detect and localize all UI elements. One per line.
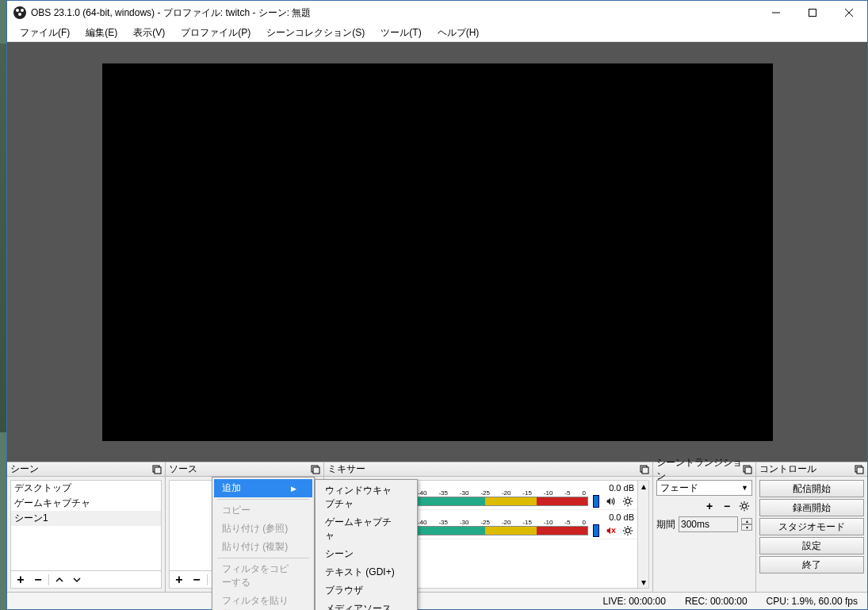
popout-icon[interactable] [855, 465, 864, 474]
ctx-paste-filter: フィルタを貼り付ける [214, 592, 312, 610]
submenu-arrow-icon: ▶ [291, 485, 296, 493]
ctx-text-gdi[interactable]: テキスト (GDI+) [317, 563, 415, 581]
popout-icon[interactable] [640, 465, 649, 474]
ctx-window-capture[interactable]: ウィンドウキャプチャ [317, 481, 415, 513]
ctx-paste-dup: 貼り付け (複製) [214, 538, 312, 556]
gear-icon[interactable] [621, 524, 634, 537]
source-context-menu: 追加 ▶ コピー 貼り付け (参照) 貼り付け (複製) フィルタをコピーする … [212, 477, 315, 610]
speaker-muted-icon[interactable] [604, 524, 617, 537]
duration-input[interactable]: 300ms [679, 516, 738, 532]
mixer-track-db: 0.0 dB [609, 512, 634, 522]
status-cpu: CPU: 1.9%, 60.00 fps [767, 596, 858, 607]
ctx-copy: コピー [214, 501, 312, 520]
popout-icon[interactable] [743, 465, 752, 474]
exit-button[interactable]: 終了 [759, 556, 864, 574]
mixer-track-db: 0.0 dB [609, 483, 634, 493]
menu-edit[interactable]: 編集(E) [78, 25, 125, 41]
menubar: ファイル(F) 編集(E) 表示(V) プロファイル(P) シーンコレクション(… [7, 25, 867, 42]
ctx-game-capture[interactable]: ゲームキャプチャ [317, 513, 415, 545]
start-streaming-button[interactable]: 配信開始 [759, 480, 864, 497]
ctx-paste-ref: 貼り付け (参照) [214, 520, 312, 538]
settings-button[interactable]: 設定 [759, 537, 864, 554]
svg-rect-17 [745, 467, 751, 474]
svg-point-12 [625, 499, 629, 503]
dropdown-icon: ▼ [741, 484, 748, 492]
add-scene-button[interactable]: + [13, 573, 29, 587]
menu-help[interactable]: ヘルプ(H) [430, 25, 488, 41]
dock-mixer-title: ミキサー [327, 462, 640, 476]
preview-canvas[interactable] [102, 63, 773, 441]
add-source-submenu: ウィンドウキャプチャ ゲームキャプチャ シーン テキスト (GDI+) ブラウザ… [315, 479, 418, 610]
svg-rect-7 [313, 467, 319, 474]
obs-app-icon [13, 6, 26, 19]
transition-mode: フェード [660, 481, 698, 495]
studio-mode-button[interactable]: スタジオモード [759, 518, 864, 535]
menu-tools[interactable]: ツール(T) [373, 25, 429, 41]
popout-icon[interactable] [311, 465, 320, 474]
dock-controls-title: コントロール [759, 462, 855, 476]
add-transition-button[interactable]: + [702, 499, 717, 513]
maximize-button[interactable] [794, 1, 831, 25]
duration-spinner[interactable]: ▴▾ [741, 518, 752, 531]
ctx-add[interactable]: 追加 ▶ [214, 479, 312, 497]
svg-point-18 [742, 504, 746, 508]
menu-file[interactable]: ファイル(F) [12, 25, 78, 41]
dock-transitions: シーントランジション フェード ▼ + − 期間 300 [653, 462, 756, 592]
menu-scene-collection[interactable]: シーンコレクション(S) [258, 25, 373, 41]
window-title: OBS 23.1.0 (64-bit, windows) - プロファイル: t… [31, 6, 758, 20]
svg-rect-11 [642, 467, 648, 474]
speaker-icon[interactable] [604, 495, 617, 508]
dock-sources-title: ソース [169, 462, 311, 476]
move-scene-down-button[interactable] [69, 573, 85, 587]
svg-point-15 [625, 528, 629, 532]
scene-list[interactable]: デスクトップ ゲームキャプチャ シーン1 [11, 481, 161, 570]
ctx-copy-filter: フィルタをコピーする [214, 560, 312, 592]
scene-item[interactable]: ゲームキャプチャ [11, 496, 161, 511]
transition-select[interactable]: フェード ▼ [656, 480, 752, 496]
status-live: LIVE: 00:00:00 [602, 596, 665, 607]
scene-item[interactable]: デスクトップ [11, 481, 161, 496]
scene-item[interactable]: シーン1 [11, 511, 161, 526]
popout-icon[interactable] [152, 465, 162, 474]
status-rec: REC: 00:00:00 [685, 596, 748, 607]
start-recording-button[interactable]: 録画開始 [759, 499, 864, 516]
remove-scene-button[interactable]: − [30, 573, 46, 587]
remove-source-button[interactable]: − [189, 573, 205, 587]
ctx-scene-source[interactable]: シーン [317, 545, 415, 563]
scene-toolbar: + − [11, 570, 161, 588]
svg-rect-1 [809, 10, 816, 17]
ctx-browser[interactable]: ブラウザ [317, 581, 415, 600]
minimize-button[interactable] [758, 1, 794, 25]
statusbar: LIVE: 00:00:00 REC: 00:00:00 CPU: 1.9%, … [7, 592, 867, 609]
obs-window: OBS 23.1.0 (64-bit, windows) - プロファイル: t… [6, 0, 868, 610]
svg-rect-5 [155, 467, 161, 474]
docks: シーン デスクトップ ゲームキャプチャ シーン1 + − [7, 462, 867, 592]
duration-label: 期間 [656, 518, 675, 531]
volume-slider[interactable] [593, 524, 599, 537]
menu-view[interactable]: 表示(V) [125, 25, 173, 41]
close-button[interactable] [831, 1, 867, 25]
desktop-background [0, 44, 6, 432]
titlebar[interactable]: OBS 23.1.0 (64-bit, windows) - プロファイル: t… [7, 1, 867, 25]
ctx-media-source[interactable]: メディアソース [317, 600, 415, 610]
add-source-button[interactable]: + [171, 573, 187, 587]
volume-slider[interactable] [593, 495, 599, 508]
menu-profile[interactable]: プロファイル(P) [173, 25, 258, 41]
gear-icon[interactable] [621, 495, 634, 508]
mixer-scrollbar[interactable]: ▴▾ [637, 481, 648, 588]
preview-area[interactable] [7, 42, 867, 462]
svg-rect-20 [857, 467, 863, 474]
dock-scenes: シーン デスクトップ ゲームキャプチャ シーン1 + − [7, 462, 166, 592]
transition-settings-button[interactable] [736, 499, 752, 513]
dock-controls: コントロール 配信開始 録画開始 スタジオモード 設定 終了 [756, 462, 867, 592]
move-scene-up-button[interactable] [52, 573, 67, 587]
dock-scenes-title: シーン [10, 462, 152, 476]
remove-transition-button[interactable]: − [719, 499, 735, 513]
